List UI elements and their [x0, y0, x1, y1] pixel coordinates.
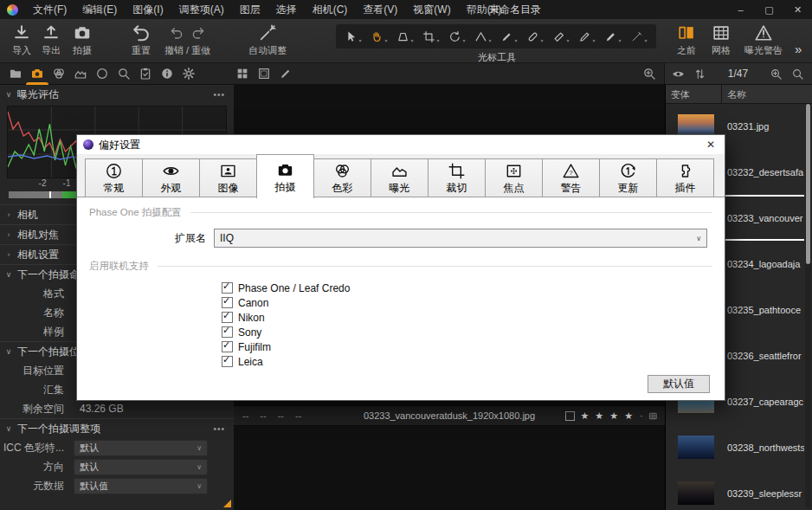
before-after-button[interactable]: 之前 — [677, 23, 696, 57]
chevron-down-icon: ∨ — [0, 347, 17, 356]
close-button[interactable]: ✕ — [783, 0, 812, 19]
export-button[interactable]: 导出 — [42, 23, 61, 57]
column-name[interactable]: 名称 — [727, 88, 746, 101]
value-dropdown[interactable]: 默认∨ — [74, 440, 208, 456]
pencil-tool[interactable]: ▾ — [626, 29, 652, 43]
heal-icon — [526, 30, 539, 43]
minimize-button[interactable]: – — [726, 0, 755, 19]
adjustments-panel-header[interactable]: ∨ 下一个拍摄调整项 ••• — [0, 418, 234, 438]
grid-view-icon[interactable] — [235, 67, 249, 81]
pointer-tool[interactable]: ▾ — [340, 29, 366, 43]
capture-button[interactable]: 拍摄 — [73, 23, 92, 57]
panel-menu-icon[interactable]: ••• — [213, 90, 225, 100]
reset-button[interactable]: 重置 — [132, 23, 151, 57]
tab-circled-one[interactable]: 常规 — [85, 158, 143, 197]
sort-icon[interactable] — [693, 68, 706, 81]
panel-menu-icon[interactable]: ••• — [213, 424, 225, 434]
maximize-button[interactable]: ▢ — [755, 0, 783, 19]
single-view-icon[interactable] — [257, 67, 271, 81]
checkbox-label: Canon — [238, 297, 268, 309]
list-item[interactable]: 03239_sleeplessr — [666, 470, 804, 510]
checkbox-checked-icon[interactable] — [222, 297, 233, 308]
checkbox-checked-icon[interactable] — [222, 356, 233, 367]
clipboard-icon[interactable] — [139, 67, 152, 81]
exposure-warning-button[interactable]: 曝光警告 — [744, 23, 783, 57]
tab-exposure[interactable]: 曝光 — [371, 158, 429, 197]
scrollbar-thumb[interactable] — [806, 104, 810, 264]
checkbox-checked-icon[interactable] — [222, 326, 233, 338]
tab-focus[interactable]: 焦点 — [485, 158, 543, 197]
crop-tool[interactable]: ▾ — [418, 29, 444, 43]
row-label: 元数据 — [0, 479, 64, 494]
menu-item-1[interactable]: 编辑(E) — [74, 0, 125, 19]
menu-item-3[interactable]: 调整项(A) — [171, 0, 232, 19]
list-item[interactable]: 03238_northwests — [666, 424, 804, 470]
auto-adjust-button[interactable]: 自动调整 — [248, 23, 287, 57]
checkbox-checked-icon[interactable] — [222, 282, 233, 294]
filmstrip-scrollbar[interactable] — [805, 104, 811, 508]
checkbox-checked-icon[interactable] — [222, 312, 233, 323]
filename-label: 03236_seattlefror — [727, 351, 802, 361]
tab-plugin[interactable]: 插件 — [656, 158, 714, 197]
defaults-button[interactable]: 默认值 — [648, 375, 710, 393]
levels-icon[interactable] — [74, 67, 87, 81]
fill-mask-tool[interactable]: ▾ — [600, 29, 626, 43]
tab-venn[interactable]: 色彩 — [313, 158, 371, 197]
menu-item-5[interactable]: 选择 — [268, 0, 305, 19]
redo-icon[interactable] — [190, 25, 206, 41]
grid-button[interactable]: 网格 — [712, 23, 731, 57]
column-variants[interactable]: 变体 — [671, 88, 690, 101]
checkbox-label: Nikon — [238, 312, 265, 324]
tab-image[interactable]: 图像 — [199, 158, 257, 197]
color-tag-dot[interactable]: · — [640, 410, 643, 422]
folder-icon[interactable] — [9, 67, 23, 81]
row-label: 样例 — [0, 325, 64, 339]
menu-item-6[interactable]: 相机(C) — [305, 0, 356, 19]
loupe-icon[interactable] — [117, 67, 131, 81]
tag-checkbox[interactable] — [565, 411, 575, 421]
tab-eye[interactable]: 外观 — [142, 158, 200, 197]
erase-tool[interactable]: ▾ — [548, 29, 574, 43]
dialog-close-button[interactable]: ✕ — [697, 139, 725, 151]
zoom-plus-icon[interactable] — [770, 68, 783, 81]
eye-icon[interactable] — [672, 68, 685, 81]
camera-icon[interactable] — [30, 67, 44, 81]
circle-icon[interactable] — [95, 67, 109, 81]
search-icon[interactable] — [791, 68, 804, 81]
menu-item-2[interactable]: 图像(I) — [125, 0, 171, 19]
info-icon[interactable] — [160, 67, 174, 81]
zoom-plus-icon[interactable] — [642, 67, 656, 81]
metadata-grid-icon[interactable] — [648, 411, 658, 421]
rotate-tool[interactable]: ▾ — [444, 29, 470, 43]
tab-update[interactable]: 更新 — [599, 158, 657, 197]
tab-camera[interactable]: 拍摄 — [256, 154, 314, 198]
tab-crop[interactable]: 裁切 — [428, 158, 486, 197]
exposure-panel-header[interactable]: ∨ 曝光评估 ••• — [0, 85, 234, 104]
value-dropdown[interactable]: 默认值∨ — [74, 478, 208, 494]
menu-item-0[interactable]: 文件(F) — [25, 0, 74, 19]
undo-icon[interactable] — [169, 25, 184, 41]
tab-label: 色彩 — [332, 181, 353, 196]
menu-item-4[interactable]: 图层 — [232, 0, 268, 19]
pan-tool[interactable]: ▾ — [366, 29, 392, 43]
straighten-tool[interactable]: ▾ — [470, 29, 496, 43]
value-dropdown[interactable]: 默认∨ — [74, 459, 208, 475]
extension-select[interactable]: IIQ ∨ — [214, 229, 707, 248]
crop-preview-tool[interactable]: ▾ — [392, 29, 418, 43]
gear-icon[interactable] — [182, 67, 196, 81]
menu-item-8[interactable]: 视窗(W) — [405, 0, 458, 19]
brush-tool[interactable]: ▾ — [496, 29, 522, 43]
brush-icon[interactable] — [279, 67, 293, 81]
menu-item-7[interactable]: 查看(V) — [355, 0, 405, 19]
toolbar-overflow-chevron[interactable]: » — [795, 42, 802, 56]
capture-one-window: 文件(F)编辑(E)图像(I)调整项(A)图层选择相机(C)查看(V)视窗(W)… — [0, 0, 812, 510]
checkbox-checked-icon[interactable] — [222, 341, 233, 352]
heal-tool[interactable]: ▾ — [522, 29, 548, 43]
location-row: 剩余空间43.26 GB — [0, 399, 234, 418]
tab-warning[interactable]: ?警告 — [542, 158, 600, 197]
venn-icon[interactable] — [52, 67, 66, 81]
row-label: 剩余空间 — [0, 402, 64, 416]
import-button[interactable]: 导入 — [12, 23, 31, 57]
pen-tool[interactable]: ▾ — [574, 29, 600, 43]
star-rating[interactable]: ★ ★ ★ ★ — [580, 410, 635, 422]
